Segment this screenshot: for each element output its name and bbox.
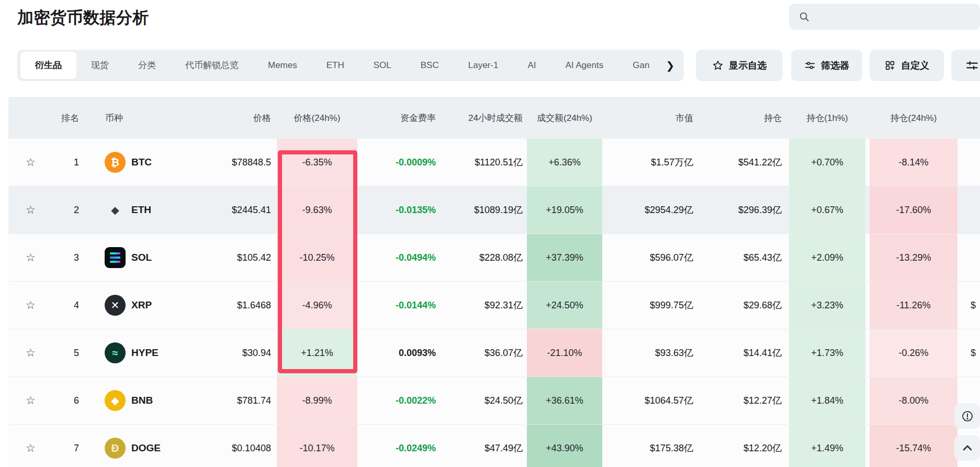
coin-cell[interactable]: ✕XRP — [86, 282, 225, 329]
tab-ETH[interactable]: ETH — [312, 52, 359, 79]
tab-Layer-1[interactable]: Layer-1 — [454, 52, 513, 79]
header-oi-1h-pct[interactable]: 持仓(1h%) — [789, 97, 865, 139]
funding-rate-cell: -0.0135% — [357, 186, 442, 234]
tab-代币解锁总览[interactable]: 代币解锁总览 — [171, 52, 253, 79]
tab-Memes[interactable]: Memes — [253, 52, 312, 79]
tab-AI Agents[interactable]: AI Agents — [550, 52, 618, 79]
tab-衍生品[interactable]: 衍生品 — [20, 52, 76, 79]
badge-alert-icon — [961, 409, 974, 423]
column-gap — [865, 329, 870, 376]
favorite-star-icon[interactable]: ☆ — [8, 282, 50, 329]
show-watchlist-button[interactable]: 显示自选 — [696, 50, 783, 81]
scroll-to-top-button[interactable] — [954, 435, 980, 461]
header-volume-24h[interactable]: 24小时成交额 — [442, 97, 527, 139]
coin-cell[interactable]: ◆ETH — [86, 186, 225, 234]
column-settings-button[interactable] — [951, 50, 980, 81]
table-row-XRP[interactable]: ☆ 4 ✕XRP $1.6468 -4.96% -0.0144% $92.31亿… — [8, 282, 980, 329]
favorite-star-icon[interactable]: ☆ — [8, 425, 50, 467]
search-box[interactable] — [789, 4, 980, 30]
table-row-HYPE[interactable]: ☆ 5 ≈HYPE $30.94 +1.21% 0.0093% $36.07亿 … — [8, 329, 980, 377]
favorite-star-icon[interactable]: ☆ — [8, 329, 50, 376]
price-cell: $0.10408 — [225, 425, 277, 467]
favorite-star-icon[interactable]: ☆ — [8, 377, 50, 424]
funding-rate-cell: -0.0144% — [357, 282, 442, 329]
tabs-scroll-right-icon[interactable]: ❯ — [662, 57, 679, 74]
volume-24h-cell: $47.49亿 — [442, 425, 527, 467]
filter-sliders-icon — [804, 60, 816, 71]
customize-button[interactable]: 自定义 — [870, 50, 944, 81]
coin-cell[interactable]: ÐDOGE — [86, 425, 225, 467]
header-oi-24h-pct[interactable]: 持仓(24h%) — [870, 97, 958, 139]
search-input[interactable] — [815, 12, 980, 21]
rank-cell: 2 — [50, 186, 86, 234]
page-title: 加密货币数据分析 — [17, 7, 149, 29]
favorite-star-icon[interactable]: ☆ — [8, 186, 50, 234]
rank-cell: 6 — [50, 377, 86, 424]
customize-label: 自定义 — [901, 59, 929, 72]
header-market-cap[interactable]: 市值 — [602, 97, 696, 139]
price-cell: $78848.5 — [225, 139, 277, 186]
volume-24h-pct-cell: +19.05% — [527, 186, 602, 234]
rank-cell: 7 — [50, 425, 86, 467]
price-24h-pct-cell: -10.25% — [277, 234, 357, 281]
coin-icon-BTC: ₿ — [105, 152, 126, 173]
tab-分类[interactable]: 分类 — [123, 52, 171, 79]
table-row-BTC[interactable]: ☆ 1 ₿BTC $78848.5 -6.35% -0.0009% $1120.… — [8, 139, 980, 186]
header-price[interactable]: 价格 — [225, 97, 277, 139]
coin-symbol: ETH — [131, 204, 151, 216]
tab-BSC[interactable]: BSC — [406, 52, 454, 79]
coin-cell[interactable]: ≈HYPE — [86, 329, 225, 376]
table-row-DOGE[interactable]: ☆ 7 ÐDOGE $0.10408 -10.17% -0.0249% $47.… — [8, 425, 980, 467]
filter-button[interactable]: 筛选器 — [791, 50, 862, 81]
header-price-24h[interactable]: 价格(24h%) — [277, 97, 357, 139]
coin-cell[interactable]: SOL — [86, 234, 225, 281]
table-row-ETH[interactable]: ☆ 2 ◆ETH $2445.41 -9.63% -0.0135% $1089.… — [8, 186, 980, 234]
open-interest-cell: $65.43亿 — [696, 234, 789, 281]
table-row-BNB[interactable]: ☆ 6 ◆BNB $781.74 -8.99% -0.0022% $24.50亿… — [8, 377, 980, 425]
tab-Gan[interactable]: Gan — [618, 52, 664, 79]
favorite-star-icon[interactable]: ☆ — [8, 234, 50, 281]
tab-现货[interactable]: 现货 — [76, 52, 123, 79]
open-interest-cell: $12.27亿 — [696, 377, 789, 424]
volume-24h-pct-cell: +24.50% — [527, 282, 602, 329]
price-cell: $105.42 — [225, 234, 277, 281]
volume-24h-cell: $228.08亿 — [442, 234, 527, 281]
price-cell: $1.6468 — [225, 282, 277, 329]
price-cell: $781.74 — [225, 377, 277, 424]
coin-cell[interactable]: ◆BNB — [86, 377, 225, 424]
volume-24h-cell: $1089.19亿 — [442, 186, 527, 234]
column-gap — [865, 377, 870, 424]
funding-rate-cell: -0.0249% — [357, 425, 442, 467]
oi-1h-pct-cell: +2.09% — [789, 234, 865, 281]
star-icon — [712, 60, 724, 71]
market-cap-cell: $596.07亿 — [602, 234, 696, 281]
feedback-badge-button[interactable] — [954, 403, 980, 429]
column-gap — [865, 425, 870, 467]
header-rank[interactable]: 排名 — [50, 97, 86, 139]
volume-24h-pct-cell: -21.10% — [527, 329, 602, 376]
rank-cell: 5 — [50, 329, 86, 376]
coin-symbol: DOGE — [131, 442, 161, 454]
oi-24h-pct-cell: -8.00% — [870, 377, 958, 424]
rank-cell: 1 — [50, 139, 86, 186]
next-column-peek — [958, 186, 980, 234]
coin-symbol: XRP — [131, 299, 152, 311]
header-open-interest[interactable]: 持仓 — [696, 97, 789, 139]
header-coin[interactable]: 币种 — [86, 97, 225, 139]
header-funding[interactable]: 资金费率 — [357, 97, 442, 139]
coin-cell[interactable]: ₿BTC — [86, 139, 225, 186]
volume-24h-pct-cell: +36.61% — [527, 377, 602, 424]
tab-AI[interactable]: AI — [513, 52, 550, 79]
table-row-SOL[interactable]: ☆ 3 SOL $105.42 -10.25% -0.0494% $228.08… — [8, 234, 980, 282]
coin-icon-SOL — [105, 247, 126, 268]
tab-SOL[interactable]: SOL — [359, 52, 406, 79]
open-interest-cell: $296.39亿 — [696, 186, 789, 234]
favorite-star-icon[interactable]: ☆ — [8, 139, 50, 186]
open-interest-cell: $541.22亿 — [696, 139, 789, 186]
header-volume-24h-pct[interactable]: 成交额(24h%) — [527, 97, 602, 139]
tab-toolbar-row: 衍生品现货分类代币解锁总览MemesETHSOLBSCLayer-1AIAI A… — [0, 50, 980, 81]
column-gap — [865, 139, 870, 186]
tab-list: 衍生品现货分类代币解锁总览MemesETHSOLBSCLayer-1AIAI A… — [17, 50, 684, 81]
market-cap-cell: $175.38亿 — [602, 425, 696, 467]
sliders-icon — [965, 59, 979, 72]
